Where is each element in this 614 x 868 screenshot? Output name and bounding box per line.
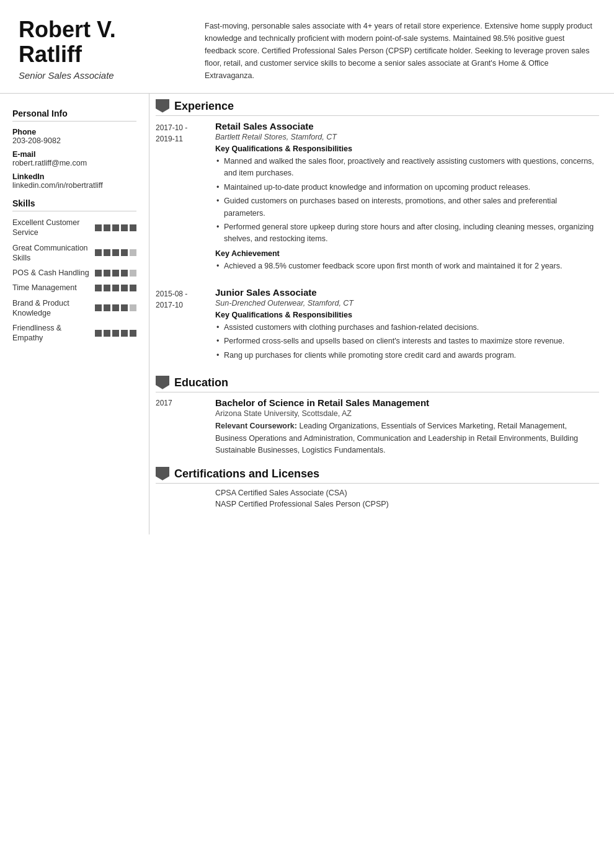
experience-entries: 2017-10 - 2019-11Retail Sales AssociateB… xyxy=(156,121,599,365)
edu-coursework: Relevant Coursework: Leading Organizatio… xyxy=(215,420,599,456)
skill-dot xyxy=(130,285,136,291)
email-label: E-mail xyxy=(12,150,136,159)
exp-achievements: Achieved a 98.5% customer feedback score… xyxy=(215,260,599,272)
email-value: robert.ratliff@me.com xyxy=(12,159,136,167)
cert-entry: CPSA Certified Sales Associate (CSA)NASP… xyxy=(156,489,599,511)
list-item: Manned and walked the sales floor, proac… xyxy=(215,156,599,180)
education-section: Education 2017Bachelor of Science in Ret… xyxy=(156,376,599,456)
skill-dot xyxy=(121,270,128,277)
exp-body: Junior Sales AssociateSun-Drenched Outer… xyxy=(215,287,599,365)
list-item: Assisted customers with clothing purchas… xyxy=(215,322,599,334)
skill-dots xyxy=(95,224,136,231)
linkedin-label: LinkedIn xyxy=(12,172,136,181)
experience-entry: 2017-10 - 2019-11Retail Sales AssociateB… xyxy=(156,121,599,276)
certifications-icon xyxy=(156,467,169,480)
experience-entry: 2015-08 - 2017-10Junior Sales AssociateS… xyxy=(156,287,599,365)
certifications-header: Certifications and Licenses xyxy=(156,467,599,484)
exp-achievement-heading: Key Achievement xyxy=(215,249,599,258)
skill-dot xyxy=(130,224,136,231)
list-item: Rang up purchases for clients while prom… xyxy=(215,350,599,361)
candidate-title: Senior Sales Associate xyxy=(19,70,180,81)
coursework-label: Relevant Coursework: xyxy=(215,422,299,430)
experience-icon xyxy=(156,99,169,113)
linkedin-value: linkedin.com/in/robertratliff xyxy=(12,181,136,190)
skill-dot xyxy=(104,330,110,337)
skill-item: Time Management xyxy=(12,283,136,293)
skill-dot xyxy=(95,224,102,231)
linkedin-item: LinkedIn linkedin.com/in/robertratliff xyxy=(12,172,136,190)
phone-label: Phone xyxy=(12,128,136,136)
education-entry: 2017Bachelor of Science in Retail Sales … xyxy=(156,397,599,456)
exp-job-title: Retail Sales Associate xyxy=(215,121,599,131)
skill-dot xyxy=(112,285,119,291)
skill-dot xyxy=(121,330,128,337)
skill-dot xyxy=(112,224,119,231)
skill-name: Friendliness & Empathy xyxy=(12,323,90,343)
skill-dot xyxy=(130,330,136,337)
cert-body: CPSA Certified Sales Associate (CSA)NASP… xyxy=(215,489,599,511)
education-icon xyxy=(156,376,169,389)
skill-dot xyxy=(104,304,110,311)
exp-job-title: Junior Sales Associate xyxy=(215,287,599,298)
list-item: Performed cross-sells and upsells based … xyxy=(215,335,599,347)
experience-header: Experience xyxy=(156,100,599,116)
education-entries: 2017Bachelor of Science in Retail Sales … xyxy=(156,397,599,456)
skills-heading: Skills xyxy=(12,198,136,211)
skill-dots xyxy=(95,330,136,337)
skill-dot xyxy=(95,270,102,277)
skill-dot xyxy=(112,270,119,277)
main-content: Experience 2017-10 - 2019-11Retail Sales… xyxy=(149,93,614,534)
skill-name: Excellent Customer Service xyxy=(12,218,90,238)
skill-dot xyxy=(104,285,110,291)
skill-item: Great Communication Skills xyxy=(12,243,136,264)
skill-dot xyxy=(95,249,102,256)
skill-dot xyxy=(104,249,110,256)
skill-item: POS & Cash Handling xyxy=(12,268,136,278)
cert-item: NASP Certified Professional Sales Person… xyxy=(215,500,599,508)
skill-dot xyxy=(112,249,119,256)
education-header: Education xyxy=(156,376,599,392)
skill-name: POS & Cash Handling xyxy=(12,268,90,278)
email-item: E-mail robert.ratliff@me.com xyxy=(12,150,136,167)
exp-responsibilities: Manned and walked the sales floor, proac… xyxy=(215,156,599,246)
skill-dots xyxy=(95,249,136,256)
skill-name: Time Management xyxy=(12,283,90,293)
phone-item: Phone 203-208-9082 xyxy=(12,128,136,145)
resume-header: Robert V. Ratliff Senior Sales Associate… xyxy=(0,0,614,93)
skill-dot xyxy=(95,285,102,291)
exp-responsibilities: Assisted customers with clothing purchas… xyxy=(215,322,599,361)
skill-item: Brand & Product Knowledge xyxy=(12,298,136,319)
exp-company: Bartlett Retail Stores, Stamford, CT xyxy=(215,133,599,141)
education-title: Education xyxy=(174,376,228,389)
skills-list: Excellent Customer ServiceGreat Communic… xyxy=(12,218,136,343)
edu-body: Bachelor of Science in Retail Sales Mana… xyxy=(215,397,599,456)
sidebar: Personal Info Phone 203-208-9082 E-mail … xyxy=(0,93,149,534)
skill-dot xyxy=(112,330,119,337)
skill-dot xyxy=(104,224,110,231)
header-identity: Robert V. Ratliff Senior Sales Associate xyxy=(19,17,180,81)
list-item: Performed general store upkeep during st… xyxy=(215,221,599,246)
list-item: Achieved a 98.5% customer feedback score… xyxy=(215,260,599,272)
skill-dot xyxy=(130,304,136,311)
certifications-title: Certifications and Licenses xyxy=(174,467,319,480)
cert-item: CPSA Certified Sales Associate (CSA) xyxy=(215,489,599,497)
experience-section: Experience 2017-10 - 2019-11Retail Sales… xyxy=(156,100,599,365)
list-item: Guided customers on purchases based on i… xyxy=(215,195,599,219)
skill-dot xyxy=(130,249,136,256)
skill-dot xyxy=(95,304,102,311)
skill-dot xyxy=(112,304,119,311)
edu-school: Arizona State University, Scottsdale, AZ xyxy=(215,409,599,418)
exp-body: Retail Sales AssociateBartlett Retail St… xyxy=(215,121,599,276)
list-item: Maintained up-to-date product knowledge … xyxy=(215,182,599,193)
skill-dots xyxy=(95,270,136,277)
main-body: Personal Info Phone 203-208-9082 E-mail … xyxy=(0,93,614,553)
skill-name: Great Communication Skills xyxy=(12,243,90,264)
candidate-name: Robert V. Ratliff xyxy=(19,17,180,66)
exp-company: Sun-Drenched Outerwear, Stamford, CT xyxy=(215,299,599,308)
skill-dots xyxy=(95,285,136,291)
skill-dot xyxy=(121,285,128,291)
exp-qualifications-heading: Key Qualifications & Responsibilities xyxy=(215,144,599,153)
skill-item: Friendliness & Empathy xyxy=(12,323,136,343)
exp-date: 2017-10 - 2019-11 xyxy=(156,121,205,276)
skill-dot xyxy=(121,224,128,231)
